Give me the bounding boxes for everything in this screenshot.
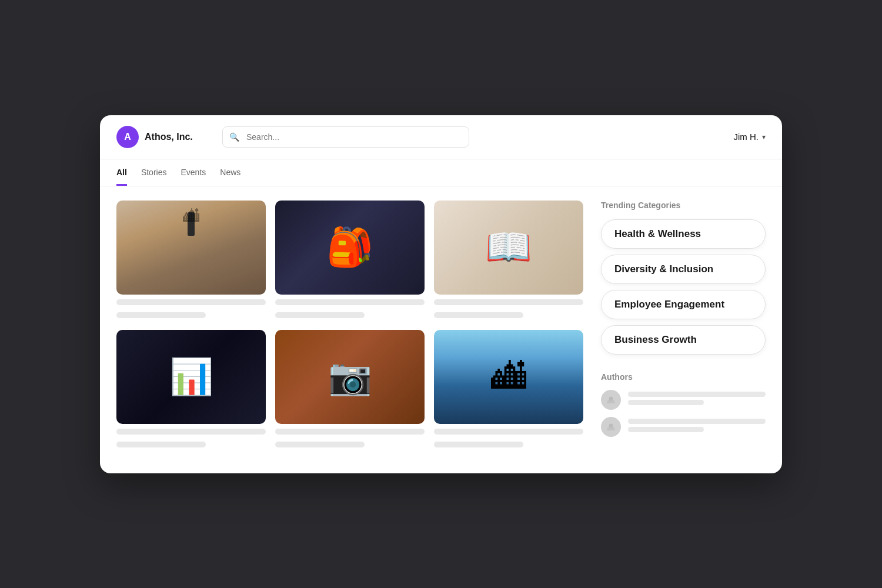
media-card-2[interactable] <box>275 201 425 320</box>
media-card-3[interactable] <box>434 201 583 320</box>
search-bar: 🔍 <box>222 126 469 148</box>
tab-all[interactable]: All <box>116 159 127 186</box>
trending-title: Trending Categories <box>601 201 766 210</box>
category-health-wellness[interactable]: Health & Wellness <box>601 219 766 249</box>
search-input[interactable] <box>222 126 469 148</box>
author-name-skeleton-2 <box>628 419 766 424</box>
business-man-image <box>116 201 266 295</box>
buildings-image <box>434 330 583 424</box>
authors-title: Authors <box>601 372 766 382</box>
author-meta-skeleton-1 <box>628 400 704 405</box>
skeleton-sub-2 <box>275 312 365 318</box>
skeleton-title-1 <box>116 299 266 305</box>
media-thumb-4 <box>116 330 266 424</box>
sidebar: Trending Categories Health & Wellness Di… <box>601 201 766 459</box>
author-skeleton-1 <box>628 392 766 408</box>
stocks-image <box>116 330 266 424</box>
skeleton-title-3 <box>434 299 583 305</box>
skeleton-title-6 <box>434 429 583 435</box>
tab-news[interactable]: News <box>220 159 240 186</box>
main-content: Trending Categories Health & Wellness Di… <box>100 186 782 473</box>
nav-tabs: All Stories Events News <box>100 159 782 186</box>
media-thumb-1 <box>116 201 266 295</box>
media-card-6[interactable] <box>434 330 583 450</box>
photographer-image <box>275 330 425 424</box>
company-name: Athos, Inc. <box>145 132 193 142</box>
search-icon: 🔍 <box>229 132 239 142</box>
skeleton-title-2 <box>275 299 425 305</box>
skeleton-title-4 <box>116 429 266 435</box>
author-name-skeleton-1 <box>628 392 766 397</box>
header: A Athos, Inc. 🔍 Jim H. ▾ <box>100 115 782 159</box>
author-avatar-2 <box>601 417 621 437</box>
media-thumb-5 <box>275 330 425 424</box>
media-grid <box>116 201 583 459</box>
grid-row-1 <box>116 201 583 320</box>
yellow-bag-image <box>275 201 425 295</box>
logo-icon: A <box>116 126 139 148</box>
logo-area: A Athos, Inc. <box>116 126 211 148</box>
grid-row-2 <box>116 330 583 450</box>
authors-section: Authors <box>601 372 766 437</box>
author-skeleton-2 <box>628 419 766 435</box>
media-card-4[interactable] <box>116 330 266 450</box>
skeleton-sub-1 <box>116 312 206 318</box>
category-employee-engagement[interactable]: Employee Engagement <box>601 290 766 319</box>
author-meta-skeleton-2 <box>628 427 704 432</box>
user-name: Jim H. <box>734 132 759 142</box>
skeleton-sub-6 <box>434 442 523 447</box>
media-thumb-6 <box>434 330 583 424</box>
app-container: A Athos, Inc. 🔍 Jim H. ▾ All Stories Eve… <box>100 115 782 473</box>
skeleton-title-5 <box>275 429 425 435</box>
category-pills: Health & Wellness Diversity & Inclusion … <box>601 219 766 355</box>
media-thumb-3 <box>434 201 583 295</box>
author-row-2 <box>601 417 766 437</box>
author-row-1 <box>601 390 766 410</box>
book-image <box>434 201 583 295</box>
skeleton-sub-3 <box>434 312 523 318</box>
chevron-down-icon: ▾ <box>762 133 766 141</box>
author-avatar-1 <box>601 390 621 410</box>
tab-events[interactable]: Events <box>181 159 206 186</box>
tab-stories[interactable]: Stories <box>141 159 167 186</box>
media-card-1[interactable] <box>116 201 266 320</box>
media-card-5[interactable] <box>275 330 425 450</box>
skeleton-sub-4 <box>116 442 206 447</box>
skeleton-sub-5 <box>275 442 365 447</box>
media-thumb-2 <box>275 201 425 295</box>
user-menu[interactable]: Jim H. ▾ <box>734 132 766 142</box>
category-business-growth[interactable]: Business Growth <box>601 325 766 355</box>
category-diversity-inclusion[interactable]: Diversity & Inclusion <box>601 255 766 284</box>
